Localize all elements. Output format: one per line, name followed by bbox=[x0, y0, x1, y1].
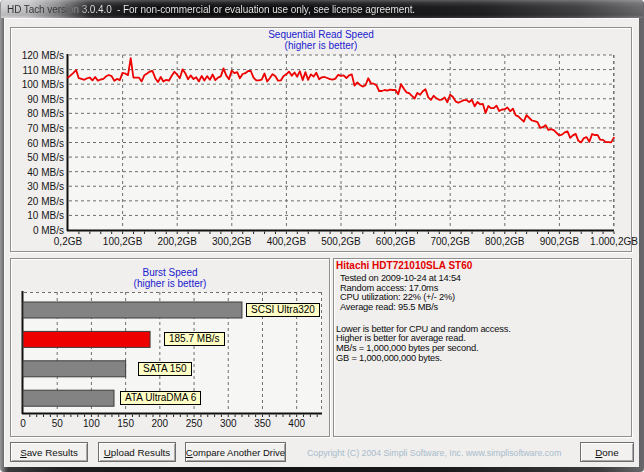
info-random-access: Random access: 17.0ms bbox=[340, 283, 438, 293]
upload-results-button[interactable]: Upload Results bbox=[98, 442, 176, 462]
burst-x-tick-label: 100 bbox=[76, 418, 106, 429]
save-results-button[interactable]: Save Results bbox=[10, 442, 88, 462]
burst-x-tick-label: 350 bbox=[247, 418, 277, 429]
info-average-read: Average read: 95.5 MB/s bbox=[340, 302, 438, 312]
info-cpu-utilization: CPU utilization: 22% (+/- 2%) bbox=[340, 292, 455, 302]
burst-x-tick-label: 0 bbox=[8, 418, 38, 429]
burst-x-tick-label: 250 bbox=[179, 418, 209, 429]
info-tested-on: Tested on 2009-10-24 at 14:54 bbox=[340, 273, 461, 283]
info-note-gb: GB = 1,000,000,000 bytes. bbox=[336, 353, 442, 363]
done-button[interactable]: Done bbox=[580, 442, 634, 462]
drive-name: Hitachi HDT721010SLA ST60 bbox=[336, 260, 472, 271]
burst-x-tick-label: 300 bbox=[213, 418, 243, 429]
burst-bar-label: SATA 150 bbox=[138, 362, 192, 376]
hdtach-window: HD Tach version 3.0.4.0 - For non-commer… bbox=[0, 0, 644, 472]
burst-bar-label: 185.7 MB/s bbox=[164, 332, 225, 346]
burst-x-tick-label: 50 bbox=[42, 418, 72, 429]
info-note-lower: Lower is better for CPU and random acces… bbox=[336, 324, 511, 334]
info-note-mbs: MB/s = 1,000,000 bytes per second. bbox=[336, 343, 478, 353]
burst-x-tick-label: 400 bbox=[282, 418, 312, 429]
compare-another-drive-button[interactable]: Compare Another Drive bbox=[185, 442, 286, 462]
burst-bar-label: SCSI Ultra320 bbox=[246, 303, 320, 317]
copyright-text: Copyright (C) 2004 Simpli Software, Inc.… bbox=[307, 448, 561, 458]
info-note-higher: Higher is better for average read. bbox=[336, 333, 466, 343]
burst-x-tick-label: 150 bbox=[111, 418, 141, 429]
burst-x-tick-label: 200 bbox=[145, 418, 175, 429]
burst-bar-label: ATA UltraDMA 6 bbox=[120, 391, 201, 405]
